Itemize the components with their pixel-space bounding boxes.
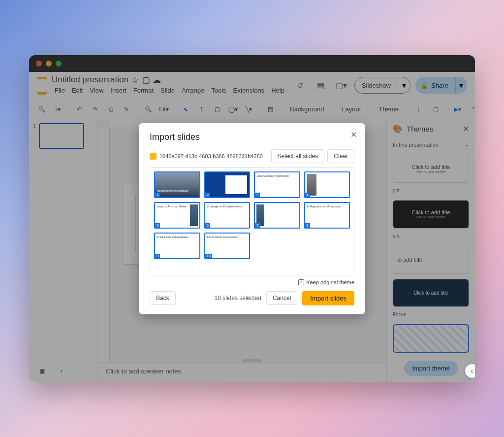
dialog-title: Import slides	[150, 132, 354, 142]
import-slide-thumb[interactable]: 7	[254, 202, 300, 229]
import-slide-thumb[interactable]: Future Trends in AI Adoption10	[204, 233, 251, 259]
selection-count: 10 slides selected	[215, 295, 261, 302]
import-slide-thumb[interactable]: Impact of AI on Job Market5	[154, 202, 200, 229]
source-filename: 1646e097-d13c-4603-b366-4898321b4260	[159, 153, 263, 159]
import-slide-thumb[interactable]: Navigating the AI Landscape1	[154, 171, 200, 198]
modal-scrim: Import slides ✕ 1646e097-d13c-4603-b366-…	[29, 55, 475, 382]
select-all-button[interactable]: Select all slides	[271, 149, 325, 163]
import-slide-thumb[interactable]: Understanding AI Technology3	[254, 171, 300, 198]
app-window: Untitled presentation ☆ ▢ ☁ File Edit Vi…	[29, 55, 475, 382]
back-button[interactable]: Back	[150, 291, 176, 305]
import-slide-thumb[interactable]: 4	[304, 171, 350, 198]
import-slide-thumb[interactable]: AI Education and Awareness9	[154, 233, 200, 259]
import-slides-button[interactable]: Import slides	[302, 291, 354, 305]
keep-theme-label: Keep original theme	[306, 279, 354, 285]
import-slides-dialog: Import slides ✕ 1646e097-d13c-4603-b366-…	[139, 123, 365, 314]
cancel-button[interactable]: Cancel	[266, 291, 297, 305]
keep-theme-checkbox[interactable]	[298, 279, 304, 285]
clear-button[interactable]: Clear	[327, 149, 354, 163]
slides-file-icon	[150, 153, 157, 160]
close-dialog-icon[interactable]: ✕	[348, 130, 358, 140]
slide-grid: Navigating the AI Landscape1 2 Understan…	[150, 167, 354, 275]
explore-fab[interactable]: ‹	[465, 364, 475, 378]
import-slide-thumb[interactable]: 2	[204, 171, 251, 198]
import-slide-thumb[interactable]: Challenges in AI Implementation6	[204, 202, 251, 229]
import-slide-thumb[interactable]: AI Regulation and Governance8	[304, 202, 350, 229]
